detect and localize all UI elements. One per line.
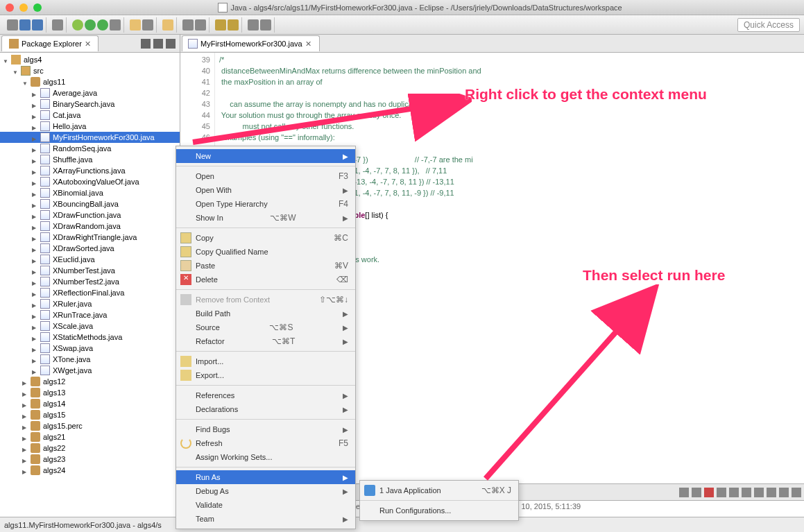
disclosure-icon[interactable] [22, 467, 29, 474]
disclosure-icon[interactable] [22, 411, 29, 418]
tree-item[interactable]: algs13 [0, 387, 180, 398]
tree-item[interactable]: algs14 [0, 398, 180, 409]
terminate-icon[interactable] [692, 488, 701, 497]
menu-item-find-bugs[interactable]: Find Bugs▶ [176, 422, 355, 436]
close-view-icon[interactable]: ✕ [85, 40, 91, 49]
tree-item[interactable]: MyFirstHomeworkFor300.java [0, 132, 180, 143]
tree-item[interactable]: XRuler.java [0, 298, 180, 309]
menu-item-assign-working-sets[interactable]: Assign Working Sets... [176, 450, 355, 464]
disclosure-icon[interactable] [32, 189, 39, 196]
remove-terminated-icon[interactable] [704, 488, 714, 497]
disclosure-icon[interactable] [22, 78, 29, 85]
tree-item[interactable]: Shuffle.java [0, 154, 180, 165]
tree-item[interactable]: src [0, 65, 180, 76]
disclosure-icon[interactable] [22, 445, 29, 452]
tree-item[interactable]: algs4 [0, 54, 180, 65]
minimize-view-icon[interactable] [779, 488, 789, 497]
tree-item[interactable]: Cat.java [0, 110, 180, 121]
new-class-icon[interactable] [142, 19, 153, 31]
search-icon[interactable] [182, 19, 194, 31]
tree-item[interactable]: algs22 [0, 443, 180, 454]
tree-item[interactable]: XDrawRandom.java [0, 221, 180, 232]
menu-item-debug-as[interactable]: Debug As▶ [176, 484, 355, 498]
menu-item-run-as[interactable]: Run As▶ [176, 470, 355, 484]
external-tools-icon[interactable] [110, 19, 121, 31]
tree-item[interactable]: algs15.perc [0, 420, 180, 431]
menu-item-source[interactable]: Source⌥⌘S▶ [176, 320, 355, 334]
disclosure-icon[interactable] [12, 67, 19, 74]
disclosure-icon[interactable] [32, 156, 39, 163]
zoom-window-button[interactable] [33, 3, 42, 12]
menu-item-refactor[interactable]: Refactor⌥⌘T▶ [176, 334, 355, 348]
disclosure-icon[interactable] [22, 422, 29, 429]
tree-item[interactable]: XDrawRightTriangle.java [0, 232, 180, 243]
tree-item[interactable]: algs21 [0, 431, 180, 443]
tree-item[interactable]: XNumberTest.java [0, 265, 180, 276]
task-icon[interactable] [215, 19, 226, 31]
disclosure-icon[interactable] [32, 112, 39, 119]
display-console-icon[interactable] [754, 488, 764, 497]
disclosure-icon[interactable] [32, 234, 39, 241]
tree-item[interactable]: Hello.java [0, 121, 180, 132]
view-menu-icon[interactable] [166, 39, 176, 49]
build-icon[interactable] [52, 19, 63, 31]
menu-item-refresh[interactable]: RefreshF5 [176, 436, 355, 450]
back-nav-icon[interactable] [248, 19, 259, 31]
menu-item-open-type-hierarchy[interactable]: Open Type HierarchyF4 [176, 197, 355, 211]
pin-console-icon[interactable] [742, 488, 751, 497]
tree-item[interactable]: XBinomial.java [0, 187, 180, 198]
disclosure-icon[interactable] [32, 223, 39, 230]
debug-icon[interactable] [72, 19, 83, 31]
new-package-icon[interactable] [130, 19, 141, 31]
disclosure-icon[interactable] [22, 400, 29, 407]
tree-item[interactable]: RandomSeq.java [0, 143, 180, 154]
tree-item[interactable]: XScale.java [0, 320, 180, 332]
open-console-icon[interactable] [767, 488, 776, 497]
clear-console-icon[interactable] [717, 488, 726, 497]
code-line[interactable]: distanceBetweenMinAndMax returns differe… [219, 65, 800, 76]
tree-item[interactable]: XArrayFunctions.java [0, 165, 180, 176]
quick-access-input[interactable]: Quick Access [737, 18, 800, 32]
disclosure-icon[interactable] [22, 456, 29, 463]
disclosure-icon[interactable] [32, 311, 39, 318]
disclosure-icon[interactable] [32, 245, 39, 252]
run-as-submenu[interactable]: 1 Java Application⌥⌘X JRun Configuration… [359, 480, 519, 521]
disclosure-icon[interactable] [32, 267, 39, 274]
tree-item[interactable]: XNumberTest2.java [0, 276, 180, 287]
collapse-all-icon[interactable] [141, 39, 151, 49]
menu-item-build-path[interactable]: Build Path▶ [176, 307, 355, 320]
editor-tab[interactable]: MyFirstHomeworkFor300.java ✕ [182, 35, 320, 51]
close-tab-icon[interactable]: ✕ [305, 40, 314, 48]
disclosure-icon[interactable] [22, 434, 29, 440]
disclosure-icon[interactable] [3, 56, 10, 63]
disclosure-icon[interactable] [32, 345, 39, 352]
menu-item-copy-qualified-name[interactable]: Copy Qualified Name [176, 245, 355, 259]
disclosure-icon[interactable] [32, 334, 39, 341]
open-type-icon[interactable] [162, 19, 173, 31]
tree-item[interactable]: XTone.java [0, 354, 180, 365]
disclosure-icon[interactable] [32, 178, 39, 185]
tree-item[interactable]: XEuclid.java [0, 254, 180, 265]
submenu-item-run-configurations[interactable]: Run Configurations... [360, 504, 518, 517]
disclosure-icon[interactable] [22, 378, 29, 385]
package-explorer-tree[interactable]: algs4srcalgs11Average.javaBinarySearch.j… [0, 53, 180, 517]
link-editor-icon[interactable] [153, 39, 163, 49]
context-menu[interactable]: New▶OpenF3Open With▶Open Type HierarchyF… [176, 146, 356, 529]
tree-item[interactable]: XReflectionFinal.java [0, 287, 180, 298]
menu-item-open[interactable]: OpenF3 [176, 169, 355, 183]
save-icon[interactable] [19, 19, 31, 31]
tree-item[interactable]: XDrawFunction.java [0, 209, 180, 221]
disclosure-icon[interactable] [32, 167, 39, 174]
disclosure-icon[interactable] [32, 289, 39, 296]
close-window-button[interactable] [6, 3, 14, 12]
task2-icon[interactable] [228, 19, 239, 31]
disclosure-icon[interactable] [22, 389, 29, 396]
console-action-1-icon[interactable] [679, 488, 689, 497]
disclosure-icon[interactable] [32, 145, 39, 152]
tree-item[interactable]: algs12 [0, 376, 180, 387]
tree-item[interactable]: XAutoboxingValueOf.java [0, 176, 180, 187]
package-explorer-tab[interactable]: Package Explorer ✕ [1, 35, 99, 51]
menu-item-open-with[interactable]: Open With▶ [176, 183, 355, 197]
toggle-icon[interactable] [195, 19, 206, 31]
run-last-icon[interactable] [97, 19, 108, 31]
